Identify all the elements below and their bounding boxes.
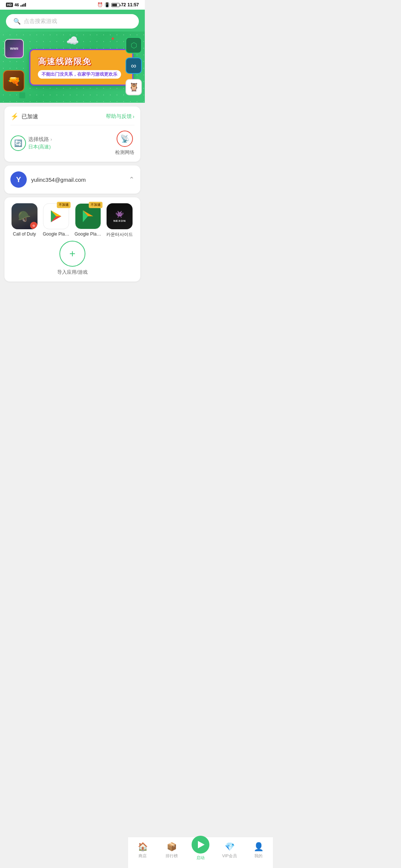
network-check[interactable]: 📡 检测网络 bbox=[115, 131, 134, 156]
signal-4g: 46 bbox=[14, 3, 19, 7]
app-icon-wrap: 🪖 G bbox=[12, 203, 38, 229]
nexon-brand: NEXON bbox=[114, 219, 126, 223]
search-placeholder: 点击搜索游戏 bbox=[24, 18, 57, 25]
shooter-icon: 🔫 bbox=[3, 70, 25, 92]
status-left: HD 46 bbox=[6, 3, 26, 7]
list-item[interactable]: 不加速 Google Play... bbox=[74, 203, 102, 238]
infinity-icon: ∞ bbox=[125, 57, 142, 74]
app-icon-wrap: 不加速 bbox=[75, 203, 101, 229]
speed-body: 🔄 选择线路 › 日本(高速) 📡 检测网络 bbox=[10, 125, 134, 156]
speed-label: 已加速 bbox=[22, 113, 38, 120]
add-circle-icon: + bbox=[59, 241, 85, 267]
route-label: 选择线路 bbox=[28, 136, 49, 143]
banner-title: 高速线路限免 bbox=[38, 56, 125, 67]
avatar: Y bbox=[10, 171, 27, 188]
time: 11:57 bbox=[127, 2, 139, 7]
banner-subtitle: 不能出门没关系，在家学习游戏更欢乐 bbox=[38, 70, 121, 79]
alarm-icon: ⏰ bbox=[97, 2, 103, 7]
soldier-emoji: 🪖 bbox=[18, 210, 31, 223]
birds-decoration: ✦ bbox=[110, 35, 115, 42]
help-link[interactable]: 帮助与反馈 › bbox=[106, 113, 134, 120]
wwii-label: WWII bbox=[10, 47, 18, 50]
help-chevron-icon: › bbox=[133, 114, 134, 119]
network-check-icon: 📡 bbox=[117, 131, 133, 147]
speed-status: ⚡ 已加速 bbox=[10, 112, 38, 121]
list-item[interactable]: 👾 NEXON 카운터사이드 bbox=[106, 203, 134, 238]
search-bar[interactable]: 🔍 点击搜索游戏 bbox=[6, 14, 139, 29]
battery-percent: 72 bbox=[121, 2, 126, 7]
garena-badge: G bbox=[30, 222, 38, 229]
search-bar-wrapper: 🔍 点击搜索游戏 bbox=[0, 10, 145, 29]
app-label: Google Play... bbox=[75, 231, 101, 237]
lightning-icon: ⚡ bbox=[10, 112, 19, 121]
cloud-decoration: ☁️ bbox=[66, 34, 79, 47]
route-top: 选择线路 › bbox=[28, 136, 52, 143]
app-icon-wrap: 不加速 bbox=[43, 203, 69, 229]
banner-area: ☁️ ✦ WWII 🔫 ⬡ ∞ 🦉 高速线路限免 不能出门没关系，在家学习游戏更… bbox=[0, 29, 145, 103]
banner-card[interactable]: 高速线路限免 不能出门没关系，在家学习游戏更欢乐 bbox=[29, 49, 133, 86]
email-text: yulinc354@gmail.com bbox=[31, 177, 86, 183]
add-app-button[interactable]: + 导入应用/游戏 bbox=[10, 241, 134, 276]
route-chevron-icon: › bbox=[50, 137, 52, 142]
route-selector[interactable]: 🔄 选择线路 › 日本(高速) bbox=[10, 135, 52, 151]
apps-card: 🪖 G Call of Duty bbox=[4, 197, 140, 282]
app-label: 카운터사이드 bbox=[106, 231, 133, 238]
battery-icon bbox=[111, 3, 120, 7]
list-item[interactable]: 🪖 G Call of Duty bbox=[10, 203, 39, 238]
speed-card: ⚡ 已加速 帮助与反馈 › 🔄 选择线路 › 日本(高速) bbox=[4, 106, 140, 162]
refresh-icon: 🔄 bbox=[10, 135, 26, 151]
call-of-duty-icon: 🪖 G bbox=[12, 203, 38, 229]
app-icon-wrap: 👾 NEXON bbox=[107, 203, 133, 229]
apps-grid: 🪖 G Call of Duty bbox=[10, 203, 134, 238]
banner-bg: ☁️ ✦ WWII 🔫 ⬡ ∞ 🦉 高速线路限免 不能出门没关系，在家学习游戏更… bbox=[0, 32, 145, 103]
account-info: Y yulinc354@gmail.com bbox=[10, 171, 86, 188]
nexon-character: 👾 bbox=[115, 210, 124, 218]
small-green-square bbox=[19, 92, 25, 98]
duolingo-icon: 🦉 bbox=[125, 79, 142, 95]
nexon-icon: 👾 NEXON bbox=[107, 203, 133, 229]
chevron-up-icon: ⌃ bbox=[129, 175, 134, 184]
route-info: 选择线路 › 日本(高速) bbox=[28, 136, 52, 150]
route-name: 日本(高速) bbox=[28, 144, 52, 150]
account-card[interactable]: Y yulinc354@gmail.com ⌃ bbox=[4, 165, 140, 194]
app-label: Call of Duty bbox=[13, 231, 36, 237]
app-badge-no-speed-2: 不加速 bbox=[89, 202, 102, 208]
vibrate-icon: 📳 bbox=[104, 2, 110, 7]
status-bar: HD 46 ⏰ 📳 72 11:57 bbox=[0, 0, 145, 10]
plant-icon: ⬡ bbox=[125, 37, 142, 53]
app-badge-no-speed-1: 不加速 bbox=[57, 202, 71, 208]
signal-bars bbox=[20, 3, 26, 7]
list-item[interactable]: 不加速 Google Play... bbox=[42, 203, 71, 238]
network-label: 检测网络 bbox=[115, 149, 134, 156]
status-right: ⏰ 📳 72 11:57 bbox=[97, 2, 139, 7]
wwii-icon: WWII bbox=[4, 39, 24, 58]
search-icon: 🔍 bbox=[13, 18, 21, 25]
speed-header: ⚡ 已加速 帮助与反馈 › bbox=[10, 112, 134, 125]
app-label: Google Play... bbox=[43, 231, 69, 237]
hd-badge: HD bbox=[6, 3, 13, 7]
add-label: 导入应用/游戏 bbox=[57, 269, 88, 276]
